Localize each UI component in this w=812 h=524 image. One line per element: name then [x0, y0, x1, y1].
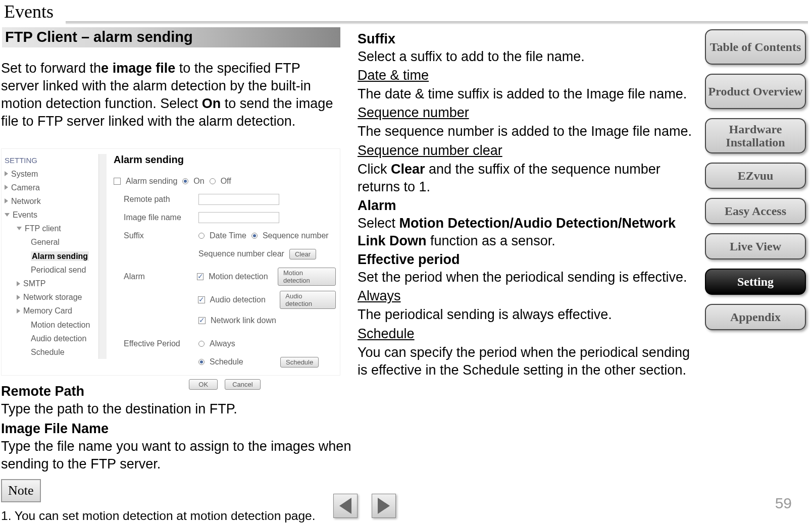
schedule-button[interactable]: Schedule	[280, 357, 319, 368]
nav-product-overview[interactable]: Product Overview	[705, 74, 806, 109]
tree-item[interactable]: Network storage	[23, 290, 82, 304]
suffix-heading: Suffix	[358, 30, 696, 48]
always-text: The periodical sending is always effecti…	[358, 306, 696, 324]
page-title: Events	[4, 1, 54, 22]
tree-item[interactable]: SMTP	[23, 277, 45, 290]
alarm-text: Select Motion Detection/Audio Detection/…	[358, 215, 696, 250]
always-label: Always	[210, 339, 235, 348]
date-time-heading: Date & time	[358, 67, 696, 84]
intro-paragraph: Set to forward the image file to the spe…	[1, 60, 339, 130]
clear-button[interactable]: Clear	[289, 249, 316, 259]
always-heading: Always	[358, 287, 696, 305]
seq-clear-text: Click Clear and the suffix of the sequen…	[358, 161, 696, 196]
image-file-text: Type the file name you want to assign to…	[1, 438, 354, 473]
caret-icon	[17, 308, 20, 313]
note-badge: Note	[1, 479, 41, 502]
date-time-text: The date & time suffix is added to the I…	[358, 85, 696, 103]
title-underline	[66, 21, 808, 24]
off-radio[interactable]	[210, 178, 216, 184]
effective-period-heading: Effective period	[358, 251, 696, 269]
suffix-label: Suffix	[114, 231, 193, 240]
motion-button[interactable]: Motion detection	[278, 268, 336, 286]
caret-icon	[17, 295, 20, 300]
expand-icon[interactable]	[114, 178, 121, 185]
form-area: Alarm sending Alarm sending On Off Remot…	[114, 154, 336, 396]
column1-below: Remote Path Type the path to the destina…	[1, 381, 354, 524]
image-file-heading: Image File Name	[1, 420, 354, 438]
tree-item-selected[interactable]: Alarm sending	[31, 251, 89, 261]
date-time-radio[interactable]	[198, 233, 205, 239]
triangle-right-icon	[378, 498, 390, 514]
nav-easy-access[interactable]: Easy Access	[705, 198, 806, 224]
remote-path-input[interactable]	[198, 194, 279, 205]
remote-path-heading: Remote Path	[1, 383, 354, 400]
caret-icon	[5, 185, 8, 190]
column2: Suffix Select a suffix to add to the fil…	[358, 30, 696, 380]
schedule-text: You can specify the period when the peri…	[358, 344, 696, 379]
effective-period-label: Effective Period	[114, 339, 193, 348]
nav-live-view[interactable]: Live View	[705, 233, 806, 259]
on-label: On	[193, 177, 204, 186]
caret-down-icon	[5, 213, 10, 217]
nav-sidebar: Table of Contents Product Overview Hardw…	[705, 29, 806, 330]
motion-label: Motion detection	[209, 272, 273, 281]
audio-label: Audio detection	[210, 295, 275, 304]
image-file-name-label: Image file name	[114, 213, 193, 222]
tree-header: SETTING	[5, 154, 105, 167]
nav-hardware-installation[interactable]: Hardware Installation	[705, 118, 806, 153]
next-page-button[interactable]	[372, 494, 396, 518]
alarm-heading: Alarm	[358, 197, 696, 215]
audio-button[interactable]: Audio detection	[280, 291, 336, 309]
tree-item[interactable]: System	[11, 167, 38, 181]
seq-num-text: The sequence number is added to the Imag…	[358, 123, 696, 140]
linkdown-checkbox[interactable]	[198, 317, 206, 324]
suffix-text: Select a suffix to add to the file name.	[358, 48, 696, 66]
date-time-label: Date Time	[210, 231, 246, 240]
effective-period-text: Set the period when the periodical sendi…	[358, 269, 696, 286]
section-header: FTP Client – alarm sending	[2, 27, 340, 47]
linkdown-label: Network link down	[211, 316, 276, 325]
nav-setting[interactable]: Setting	[705, 269, 806, 295]
tree-item[interactable]: Events	[13, 208, 37, 222]
form-title: Alarm sending	[114, 154, 336, 166]
image-file-name-input[interactable]	[198, 212, 279, 223]
nav-toc[interactable]: Table of Contents	[705, 29, 806, 65]
tree-item[interactable]: Camera	[11, 181, 40, 194]
pager	[333, 494, 396, 518]
caret-icon	[5, 198, 8, 203]
tree-item[interactable]: General	[5, 235, 105, 249]
settings-tree: SETTING System Camera Network Events FTP…	[5, 154, 105, 359]
seq-num-heading: Sequence number	[358, 104, 696, 122]
audio-checkbox[interactable]	[198, 296, 205, 303]
off-label: Off	[221, 177, 231, 186]
triangle-left-icon	[339, 498, 351, 514]
note-1: 1. You can set motion detection at motio…	[1, 507, 354, 524]
prev-page-button[interactable]	[333, 494, 358, 518]
caret-icon	[5, 171, 8, 176]
settings-screenshot: SETTING System Camera Network Events FTP…	[1, 148, 340, 376]
tree-item[interactable]: FTP client	[25, 222, 61, 235]
schedule-label: Schedule	[210, 357, 275, 366]
seq-num-radio[interactable]	[251, 233, 258, 239]
nav-ezvuu[interactable]: EZvuu	[705, 163, 806, 189]
remote-path-text: Type the path to the destination in FTP.	[1, 400, 354, 418]
seq-clear-heading: Sequence number clear	[358, 142, 696, 160]
motion-checkbox[interactable]	[197, 273, 204, 280]
tree-item[interactable]: Network	[11, 194, 41, 208]
page-number: 59	[775, 495, 792, 512]
seq-clear-label: Sequence number clear	[198, 249, 284, 258]
scrollbar[interactable]	[98, 154, 107, 359]
seq-num-label: Sequence number	[263, 231, 329, 240]
schedule-radio[interactable]	[198, 359, 205, 365]
caret-down-icon	[17, 227, 22, 230]
always-radio[interactable]	[198, 341, 205, 347]
tree-item[interactable]: Memory Card	[23, 304, 72, 318]
tree-item[interactable]: Audio detection	[5, 332, 105, 345]
on-radio[interactable]	[182, 178, 188, 184]
tree-item[interactable]: Periodical send	[5, 263, 105, 277]
tree-item[interactable]: Schedule	[5, 345, 105, 359]
alarm-label: Alarm	[114, 272, 192, 281]
nav-appendix[interactable]: Appendix	[705, 304, 806, 330]
alarm-sending-label: Alarm sending	[126, 177, 177, 186]
tree-item[interactable]: Motion detection	[5, 318, 105, 332]
